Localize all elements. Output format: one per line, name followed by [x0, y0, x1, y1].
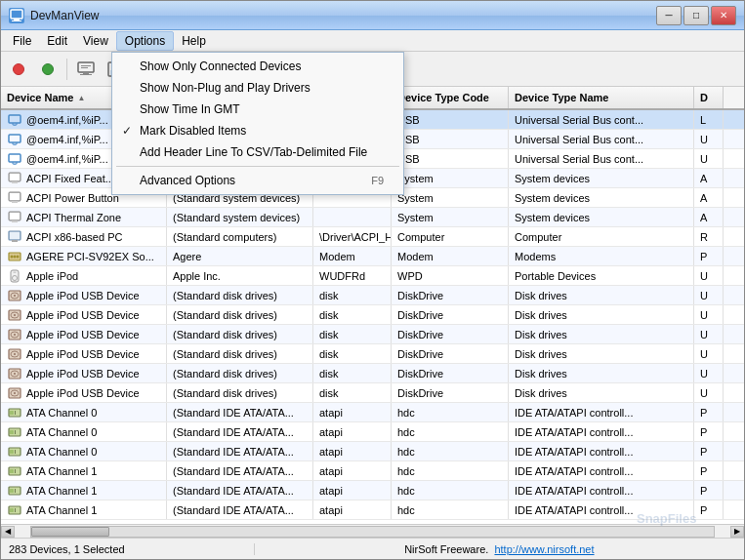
snapfiles-logo: SnapFiles [637, 508, 734, 528]
device-manager-button[interactable] [72, 56, 100, 83]
close-button[interactable]: ✕ [711, 6, 736, 25]
dropdown-add-header[interactable]: Add Header Line To CSV/Tab-Delimited Fil… [112, 141, 403, 163]
table-row[interactable]: Apple iPod USB Device (Standard disk dri… [1, 305, 744, 325]
svg-point-31 [11, 255, 14, 258]
maximize-button[interactable]: □ [683, 6, 709, 25]
cell-device-name: ATA Channel 1 [1, 481, 167, 500]
cell-d: L [694, 110, 724, 129]
cell-type-code: System [392, 208, 509, 226]
menu-view[interactable]: View [75, 31, 116, 51]
col-type-name[interactable]: Device Type Name [509, 87, 694, 108]
cell-service: atapi [313, 422, 392, 441]
table-row[interactable]: ACPI Thermal Zone (Standard system devic… [1, 208, 744, 227]
svg-rect-66 [15, 469, 16, 473]
scrollbar-track[interactable] [30, 526, 715, 538]
col-d[interactable]: D [694, 87, 724, 108]
cell-device-name: Apple iPod [1, 266, 167, 285]
cell-type-code: hdc [392, 461, 509, 480]
cell-d: P [694, 461, 724, 480]
green-dot-icon [42, 63, 54, 75]
col-type-code[interactable]: Device Type Code [392, 87, 509, 108]
cell-service [313, 208, 392, 226]
cell-type-code: USB [392, 149, 509, 168]
device-icon [7, 229, 22, 245]
horizontal-scrollbar[interactable]: ◀ ▶ [1, 524, 744, 538]
device-icon [7, 288, 22, 303]
menu-edit[interactable]: Edit [39, 31, 75, 51]
table-row[interactable]: Apple iPod USB Device (Standard disk dri… [1, 325, 744, 344]
table-row[interactable]: ATA Channel 0 (Standard IDE ATA/ATA... a… [1, 442, 744, 461]
table-row[interactable]: ATA Channel 0 (Standard IDE ATA/ATA... a… [1, 403, 744, 422]
cell-d: U [694, 130, 724, 148]
svg-rect-4 [81, 65, 91, 66]
cell-manufacturer: (Standard IDE ATA/ATA... [167, 461, 313, 480]
window-controls: ─ □ ✕ [656, 6, 736, 25]
svg-rect-65 [10, 469, 14, 473]
cell-service: atapi [313, 481, 392, 500]
dropdown-advanced[interactable]: Advanced Options F9 [112, 170, 403, 191]
cell-device-name: ATA Channel 1 [1, 461, 167, 480]
table-row[interactable]: ATA Channel 0 (Standard IDE ATA/ATA... a… [1, 422, 744, 442]
svg-point-51 [14, 373, 16, 375]
dropdown-mark-disabled[interactable]: ✓ Mark Disabled Items [112, 120, 403, 141]
cell-type-name: IDE ATA/ATAPI controll... [509, 442, 694, 460]
table-row[interactable]: Apple iPod Apple Inc. WUDFRd WPD Portabl… [1, 266, 744, 286]
svg-point-42 [14, 314, 16, 316]
cell-service: atapi [313, 500, 392, 519]
table-row[interactable]: Apple iPod USB Device (Standard disk dri… [1, 383, 744, 403]
cell-type-name: Disk drives [509, 383, 694, 402]
device-icon [7, 112, 22, 128]
svg-rect-19 [10, 174, 20, 180]
title-bar: DevManView ─ □ ✕ [1, 1, 744, 30]
cell-manufacturer: (Standard disk drives) [167, 383, 313, 402]
cell-type-name: System devices [509, 208, 694, 226]
cell-d: A [694, 188, 724, 207]
dropdown-show-nonplug[interactable]: Show Non-Plug and Play Drivers [112, 77, 403, 99]
table-row[interactable]: ACPI x86-based PC (Standard computers) \… [1, 227, 744, 247]
table-row[interactable]: ATA Channel 1 (Standard IDE ATA/ATA... a… [1, 481, 744, 500]
cell-type-code: Modem [392, 247, 509, 265]
device-icon [7, 132, 22, 147]
menu-file[interactable]: File [5, 31, 39, 51]
dropdown-show-connected[interactable]: Show Only Connected Devices [112, 56, 403, 77]
dropdown-label: Add Header Line To CSV/Tab-Delimited Fil… [140, 145, 367, 159]
table-row[interactable]: Apple iPod USB Device (Standard disk dri… [1, 286, 744, 305]
menu-help[interactable]: Help [174, 31, 214, 51]
cell-type-code: WPD [392, 266, 509, 285]
cell-d: U [694, 266, 724, 285]
cell-d: R [694, 227, 724, 246]
cell-device-name: ACPI x86-based PC [1, 227, 167, 246]
cell-device-name: Apple iPod USB Device [1, 383, 167, 402]
red-dot-button[interactable] [5, 56, 32, 83]
cell-device-name: ATA Channel 0 [1, 442, 167, 460]
cell-manufacturer: (Standard IDE ATA/ATA... [167, 403, 313, 421]
cell-manufacturer: Agere [167, 247, 313, 265]
cell-type-name: System devices [509, 169, 694, 187]
green-dot-button[interactable] [34, 56, 62, 83]
cell-type-name: Computer [509, 227, 694, 246]
cell-device-name: ATA Channel 0 [1, 422, 167, 441]
device-manager-icon [76, 60, 96, 79]
menu-options[interactable]: Options [116, 31, 174, 51]
cell-type-name: IDE ATA/ATAPI controll... [509, 403, 694, 421]
cell-device-name: Apple iPod USB Device [1, 286, 167, 304]
nirsoft-link[interactable]: http://www.nirsoft.net [494, 543, 594, 555]
minimize-button[interactable]: ─ [656, 6, 682, 25]
table-row[interactable]: AGERE PCI-SV92EX So... Agere Modem Modem… [1, 247, 744, 266]
scrollbar-thumb[interactable] [31, 527, 109, 537]
scroll-left-arrow[interactable]: ◀ [1, 526, 15, 538]
cell-manufacturer: (Standard system devices) [167, 208, 313, 226]
cell-service: disk [313, 364, 392, 382]
cell-type-name: Universal Serial Bus cont... [509, 149, 694, 168]
cell-manufacturer: Apple Inc. [167, 266, 313, 285]
device-icon [7, 307, 22, 323]
cell-d: U [694, 364, 724, 382]
table-row[interactable]: ATA Channel 1 (Standard IDE ATA/ATA... a… [1, 461, 744, 481]
svg-rect-69 [15, 489, 16, 493]
table-row[interactable]: Apple iPod USB Device (Standard disk dri… [1, 364, 744, 383]
table-row[interactable]: Apple iPod USB Device (Standard disk dri… [1, 344, 744, 364]
cell-type-name: IDE ATA/ATAPI controll... [509, 461, 694, 480]
table-row[interactable]: ATA Channel 1 (Standard IDE ATA/ATA... a… [1, 500, 744, 520]
dropdown-show-time-gmt[interactable]: Show Time In GMT [112, 99, 403, 120]
cell-manufacturer: (Standard IDE ATA/ATA... [167, 500, 313, 519]
